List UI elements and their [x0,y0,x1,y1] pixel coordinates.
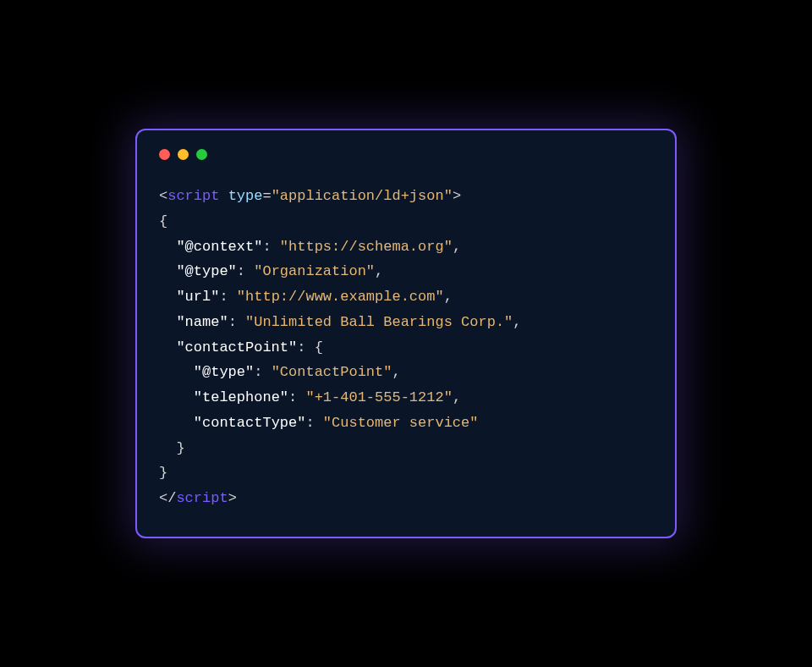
code-colon: : [237,263,254,279]
code-value: "https://schema.org" [280,239,453,255]
code-brace: { [159,213,167,229]
code-value: "ContactPoint" [272,364,392,380]
code-equals: = [262,188,271,204]
code-punct: > [228,490,237,506]
close-icon[interactable] [159,149,170,160]
code-comma: , [453,239,461,255]
code-punct: > [453,188,461,204]
code-indent [159,440,176,456]
code-value: "Customer service" [323,415,479,431]
code-colon: : [254,364,271,380]
code-colon: : [262,239,279,255]
code-key: "url" [176,289,219,305]
code-indent [159,239,176,255]
code-value: "Organization" [254,263,375,279]
code-colon: : [305,415,322,431]
code-key: "@type" [176,263,236,279]
code-punct: </ [159,490,176,506]
code-key: "telephone" [194,389,288,405]
code-colon: : [219,289,236,305]
code-comma: , [513,314,521,330]
code-colon: : [297,339,314,356]
code-tag: script [176,490,228,506]
code-value: "http://www.example.com" [237,289,444,305]
code-indent [159,263,176,279]
code-punct: < [159,188,167,204]
code-comma: , [392,364,400,380]
code-attr-value: "application/ld+json" [272,188,453,204]
maximize-icon[interactable] [196,149,207,160]
code-key: "@context" [176,239,262,255]
code-indent [159,364,194,380]
code-block: <script type="application/ld+json"> { "@… [159,184,653,511]
code-indent [159,415,194,431]
code-brace: } [159,465,167,481]
code-key: "contactPoint" [176,339,297,356]
code-value: "Unlimited Ball Bearings Corp." [245,314,513,330]
code-comma: , [444,289,453,305]
code-window: <script type="application/ld+json"> { "@… [135,129,677,538]
code-attr-name: type [228,188,263,204]
window-traffic-lights [159,149,653,160]
code-indent [159,389,194,405]
code-tag: script [167,188,219,204]
code-key: "contactType" [194,415,306,431]
minimize-icon[interactable] [178,149,189,160]
code-indent [159,314,176,330]
code-indent [159,339,176,356]
code-brace: { [315,339,323,356]
code-value: "+1-401-555-1212" [305,389,452,405]
code-comma: , [375,263,383,279]
code-indent [159,289,176,305]
code-key: "name" [176,314,228,330]
code-comma: , [453,389,461,405]
code-colon: : [288,389,305,405]
code-key: "@type" [194,364,254,380]
code-brace: } [176,440,184,456]
code-colon: : [228,314,245,330]
